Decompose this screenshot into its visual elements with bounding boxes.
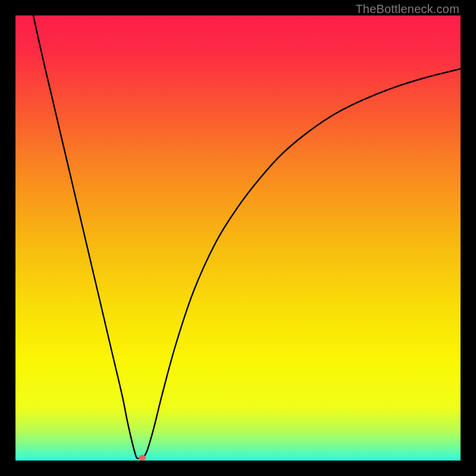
bottleneck-chart — [15, 15, 461, 461]
chart-background — [15, 15, 461, 461]
watermark-text: TheBottleneck.com — [355, 2, 459, 16]
chart-frame — [15, 15, 461, 461]
